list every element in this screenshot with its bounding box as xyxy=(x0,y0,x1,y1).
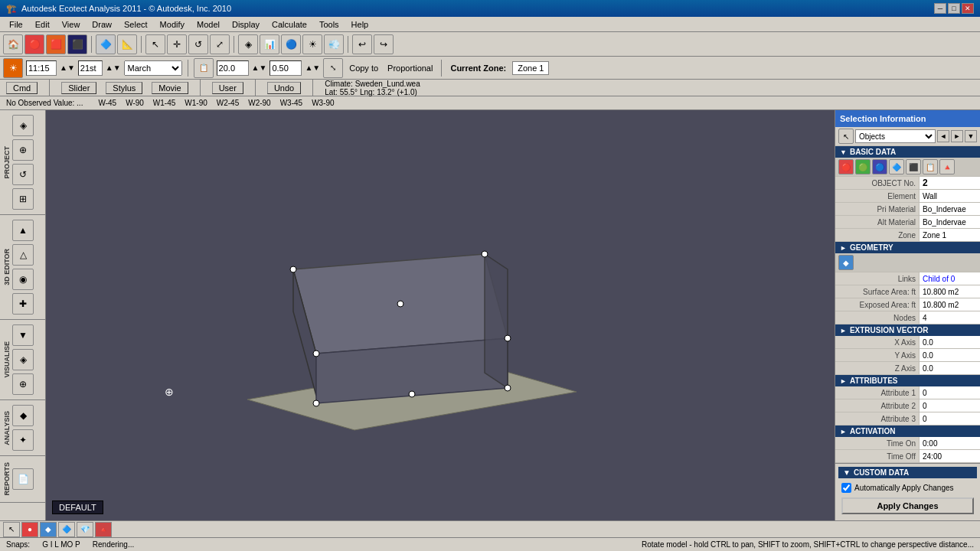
menu-edit[interactable]: Edit xyxy=(29,18,56,31)
info-bar: Cmd Slider Stylus Movie User Undo Climat… xyxy=(0,80,980,96)
tool-plan[interactable]: 📐 xyxy=(117,34,137,54)
x-axis-value: 0.0 xyxy=(919,336,980,348)
next-arrow[interactable]: ► xyxy=(951,130,963,142)
tool-redo[interactable]: ↪ xyxy=(374,34,394,54)
menu-display[interactable]: Display xyxy=(226,18,266,31)
activation-header: ► ACTIVATION xyxy=(835,425,980,437)
cmd-btn[interactable]: Cmd xyxy=(6,82,38,94)
tool-select[interactable]: ↖ xyxy=(145,34,165,54)
panel-type-select[interactable]: ObjectsSurfacesZones xyxy=(855,129,936,143)
tool-scale[interactable]: ⤢ xyxy=(210,34,230,54)
tool-undo[interactable]: ↩ xyxy=(352,34,372,54)
user-btn[interactable]: User xyxy=(212,82,243,94)
tool-save[interactable]: 🟥 xyxy=(46,34,66,54)
bottom-icon-5[interactable]: 💎 xyxy=(77,522,93,537)
stylus-btn[interactable]: Stylus xyxy=(106,82,142,94)
maximize-btn[interactable]: □ xyxy=(948,3,960,14)
project-tool-2[interactable]: ⊕ xyxy=(12,139,34,161)
bd-icon-5[interactable]: ⬛ xyxy=(906,159,921,174)
analysis-tool-1[interactable]: ◆ xyxy=(12,405,34,426)
y-axis-label: Y Axis xyxy=(835,350,919,360)
zone-label: Zone xyxy=(835,230,919,240)
auto-apply-checkbox[interactable] xyxy=(841,483,851,493)
tool-wind[interactable]: 💨 xyxy=(324,34,344,54)
menu-tools[interactable]: Tools xyxy=(313,18,345,31)
bottom-icon-6[interactable]: 🔺 xyxy=(95,522,112,537)
z-axis-value: 0.0 xyxy=(919,362,980,374)
time-off-row: Time Off 24:00 xyxy=(835,450,980,463)
minimize-btn[interactable]: ─ xyxy=(934,3,946,14)
activation-arrow: ► xyxy=(840,428,847,435)
menu-draw[interactable]: Draw xyxy=(86,18,118,31)
sun-icon[interactable]: ☀ xyxy=(3,58,23,78)
tool-analysis[interactable]: 📊 xyxy=(260,34,279,54)
analysis-tool-2[interactable]: ✦ xyxy=(12,429,34,451)
slider-btn[interactable]: Slider xyxy=(61,82,96,94)
tool-print[interactable]: ⬛ xyxy=(67,34,87,54)
tool-sun[interactable]: ☀ xyxy=(302,34,322,54)
3d-tool-3[interactable]: ◉ xyxy=(12,269,34,290)
geo-icon-1[interactable]: ◆ xyxy=(838,255,854,270)
sidebar-section-project: PROJECT ◈ ⊕ ↺ ⊞ xyxy=(0,110,45,215)
bd-icon-4[interactable]: 🔷 xyxy=(889,159,904,174)
project-tool-3[interactable]: ↺ xyxy=(12,164,34,185)
bd-icon-6[interactable]: 📋 xyxy=(923,159,938,174)
bottom-icon-3[interactable]: ◆ xyxy=(40,522,57,537)
menu-select[interactable]: Select xyxy=(118,18,154,31)
vis-tool-3[interactable]: ⊕ xyxy=(12,373,34,395)
svg-point-12 xyxy=(409,391,415,397)
zone-value: Zone 1 xyxy=(512,61,549,75)
bd-icon-2[interactable]: 🟢 xyxy=(855,159,871,174)
attr3-value: 0 xyxy=(919,412,980,425)
bd-icon-7[interactable]: 🔺 xyxy=(939,159,955,174)
vis-tool-1[interactable]: ▼ xyxy=(12,324,34,346)
tool-open[interactable]: 🔴 xyxy=(24,34,44,54)
bd-icon-3[interactable]: 🔵 xyxy=(872,159,887,174)
reports-tool-1[interactable]: 📄 xyxy=(12,468,34,490)
tool-3d[interactable]: 🔷 xyxy=(96,34,116,54)
tool-zone[interactable]: ◈ xyxy=(238,34,258,54)
prev-arrow[interactable]: ◄ xyxy=(937,130,949,142)
close-btn[interactable]: ✕ xyxy=(962,3,974,14)
time-input[interactable] xyxy=(26,60,57,76)
bd-icon-1[interactable]: 🔴 xyxy=(838,159,854,174)
scale-input[interactable] xyxy=(270,60,302,76)
menu-calculate[interactable]: Calculate xyxy=(266,18,313,31)
panel-icon-row: ↖ ObjectsSurfacesZones ◄ ► ▼ xyxy=(835,127,980,146)
panel-cursor-icon[interactable]: ↖ xyxy=(838,129,854,144)
day-input[interactable] xyxy=(78,60,103,76)
apply-changes-btn[interactable]: Apply Changes xyxy=(841,497,974,514)
panel-scroll-area[interactable]: ▼ BASIC DATA 🔴 🟢 🔵 🔷 ⬛ 📋 🔺 OBJECT No. 2 … xyxy=(835,146,980,463)
tool-new[interactable]: 🏠 xyxy=(3,34,23,54)
undo-btn[interactable]: Undo xyxy=(267,82,301,94)
3d-tool-4[interactable]: ✚ xyxy=(12,293,34,315)
menu-view[interactable]: View xyxy=(56,18,87,31)
3d-tool-2[interactable]: △ xyxy=(12,244,34,266)
tool-render[interactable]: 🔵 xyxy=(281,34,301,54)
bottom-icon-4[interactable]: 🔷 xyxy=(58,522,75,537)
scale-icon[interactable]: ⤡ xyxy=(323,58,343,78)
tool-move[interactable]: ✛ xyxy=(167,34,187,54)
nav-arrows: ◄ ► ▼ xyxy=(937,130,977,142)
expand-arrow[interactable]: ▼ xyxy=(965,130,977,142)
separator-4 xyxy=(348,36,348,53)
svg-point-8 xyxy=(313,350,319,357)
month-select[interactable]: MarchJanuaryFebruary AprilMayJune JulyAu… xyxy=(124,60,182,76)
3d-viewport[interactable]: ⊕ DEFAULT xyxy=(46,110,835,520)
menu-modify[interactable]: Modify xyxy=(154,18,191,31)
copy-icon[interactable]: 📋 xyxy=(194,58,214,78)
extrusion-arrow: ► xyxy=(840,327,847,334)
bottom-icon-1[interactable]: ↖ xyxy=(3,522,20,537)
tool-rotate[interactable]: ↺ xyxy=(188,34,208,54)
movie-btn[interactable]: Movie xyxy=(152,82,188,94)
bottom-icon-2[interactable]: ● xyxy=(21,522,38,537)
project-tool-4[interactable]: ⊞ xyxy=(12,188,34,210)
vis-tool-2[interactable]: ◈ xyxy=(12,349,34,370)
menu-help[interactable]: Help xyxy=(345,18,375,31)
menu-file[interactable]: File xyxy=(3,18,29,31)
3d-tool-1[interactable]: ▲ xyxy=(12,220,34,241)
menu-model[interactable]: Model xyxy=(191,18,226,31)
size-input[interactable] xyxy=(217,60,249,76)
visualise-label: VISUALISE xyxy=(2,338,12,381)
project-tool-1[interactable]: ◈ xyxy=(12,115,34,136)
